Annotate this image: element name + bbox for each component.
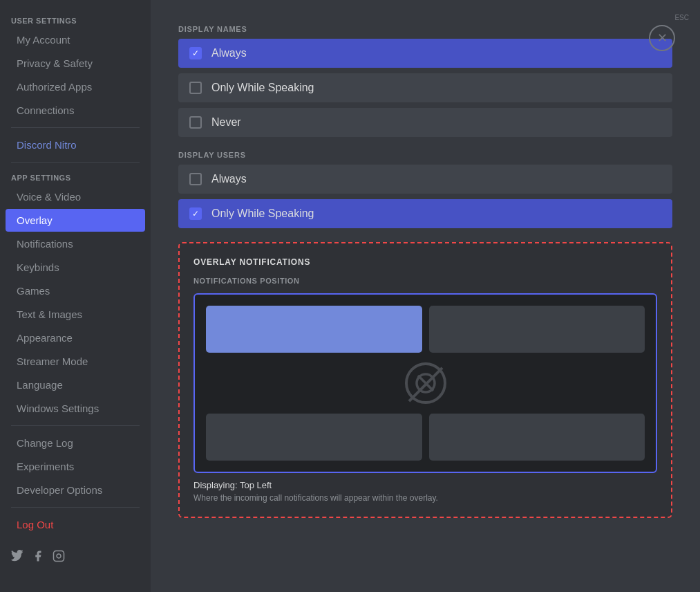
display-users-speaking-checkbox[interactable]: ✓ <box>189 207 202 220</box>
sidebar-item-change-log[interactable]: Change Log <box>6 432 145 454</box>
position-bottom-left-button[interactable] <box>206 414 422 461</box>
sidebar-item-language[interactable]: Language <box>6 373 145 396</box>
close-button[interactable]: ✕ <box>649 25 675 51</box>
sidebar-item-privacy-safety[interactable]: Privacy & Safety <box>6 52 145 75</box>
sidebar-item-label: Language <box>17 379 63 391</box>
disabled-icon <box>405 362 446 404</box>
sidebar-item-label: Connections <box>17 104 74 116</box>
overlay-notifications-title: Overlay Notifications <box>193 257 657 267</box>
sidebar-item-label: Games <box>17 285 50 297</box>
display-names-speaking-label: Only While Speaking <box>211 82 314 94</box>
sidebar-item-label: Appearance <box>17 332 73 344</box>
esc-label: ESC <box>674 14 689 21</box>
sidebar-item-label: Notifications <box>17 238 73 250</box>
display-names-always-row[interactable]: ✓ Always <box>178 39 672 68</box>
sidebar-item-label: Text & Images <box>17 308 82 320</box>
sidebar-item-label: Streamer Mode <box>17 355 88 367</box>
sidebar: User Settings My Account Privacy & Safet… <box>0 0 151 592</box>
sidebar-item-label: Windows Settings <box>17 403 99 414</box>
sidebar-divider-3 <box>11 425 140 426</box>
social-icons <box>0 542 151 574</box>
display-users-always-checkbox[interactable]: ✓ <box>189 173 202 185</box>
display-names-never-label: Never <box>211 116 241 129</box>
sidebar-item-authorized-apps[interactable]: Authorized Apps <box>6 75 145 98</box>
check-icon: ✓ <box>192 48 199 58</box>
sidebar-item-label: Privacy & Safety <box>17 57 93 69</box>
sidebar-item-label: Log Out <box>17 519 53 530</box>
user-settings-label: User Settings <box>0 11 151 28</box>
overlay-notifications-container: Overlay Notifications Notifications Posi… <box>178 242 672 518</box>
display-names-always-label: Always <box>211 47 247 59</box>
sidebar-item-label: Developer Options <box>17 484 102 496</box>
sidebar-item-label: Authorized Apps <box>17 81 92 93</box>
position-bottom-right-button[interactable] <box>429 414 645 461</box>
sidebar-item-developer-options[interactable]: Developer Options <box>6 479 145 501</box>
check-icon: ✓ <box>192 209 199 219</box>
close-icon: ✕ <box>657 30 668 46</box>
sidebar-item-label: Experiments <box>17 461 74 472</box>
sidebar-item-keybinds[interactable]: Keybinds <box>6 256 145 279</box>
sidebar-item-notifications[interactable]: Notifications <box>6 232 145 255</box>
sidebar-item-overlay[interactable]: Overlay <box>6 209 145 232</box>
display-names-speaking-row[interactable]: ✓ Only While Speaking <box>178 73 672 102</box>
sidebar-item-streamer-mode[interactable]: Streamer Mode <box>6 350 145 373</box>
svg-line-3 <box>418 376 433 391</box>
display-names-label: Display Names <box>178 25 672 33</box>
display-names-speaking-checkbox[interactable]: ✓ <box>189 82 202 94</box>
display-users-speaking-label: Only While Speaking <box>211 207 314 220</box>
displaying-subtext: Where the incoming call notifications wi… <box>193 493 657 503</box>
display-users-always-row[interactable]: ✓ Always <box>178 165 672 194</box>
twitter-icon[interactable] <box>11 550 23 566</box>
sidebar-item-log-out[interactable]: Log Out <box>6 513 145 536</box>
facebook-icon[interactable] <box>32 550 44 566</box>
sidebar-item-discord-nitro[interactable]: Discord Nitro <box>6 133 145 156</box>
display-users-always-label: Always <box>211 173 247 185</box>
sidebar-item-label: My Account <box>17 34 70 46</box>
position-top-left-button[interactable] <box>206 306 422 353</box>
sidebar-item-text-images[interactable]: Text & Images <box>6 303 145 326</box>
sidebar-divider-4 <box>11 507 140 508</box>
displaying-text: Displaying: Top Left <box>193 480 657 490</box>
sidebar-item-my-account[interactable]: My Account <box>6 28 145 51</box>
position-top-right-button[interactable] <box>429 306 645 353</box>
sidebar-item-label: Discord Nitro <box>17 139 77 151</box>
main-content: ✕ ESC Display Names ✓ Always ✓ Only Whil… <box>151 0 700 592</box>
sidebar-item-windows-settings[interactable]: Windows Settings <box>6 397 145 420</box>
display-names-always-checkbox[interactable]: ✓ <box>189 47 202 59</box>
instagram-icon[interactable] <box>53 550 65 566</box>
display-names-never-row[interactable]: ✓ Never <box>178 108 672 137</box>
sidebar-item-connections[interactable]: Connections <box>6 99 145 122</box>
sidebar-item-appearance[interactable]: Appearance <box>6 326 145 349</box>
sidebar-item-label: Change Log <box>17 437 73 449</box>
sidebar-divider-2 <box>11 162 140 163</box>
display-names-never-checkbox[interactable]: ✓ <box>189 116 202 129</box>
display-users-label: Display Users <box>178 151 672 159</box>
sidebar-item-label: Voice & Video <box>17 191 81 203</box>
sidebar-item-label: Keybinds <box>17 261 59 273</box>
close-area: ✕ ESC <box>674 11 689 21</box>
sidebar-item-experiments[interactable]: Experiments <box>6 455 145 478</box>
svg-rect-0 <box>54 551 64 562</box>
no-symbol-icon <box>415 372 437 394</box>
sidebar-item-voice-video[interactable]: Voice & Video <box>6 185 145 208</box>
notifications-position-label: Notifications Position <box>193 277 657 285</box>
sidebar-item-games[interactable]: Games <box>6 279 145 302</box>
sidebar-item-label: Overlay <box>17 214 53 226</box>
sidebar-divider-1 <box>11 127 140 128</box>
position-center-area <box>206 360 645 407</box>
app-settings-label: App Settings <box>0 168 151 185</box>
position-grid <box>193 293 657 473</box>
display-users-speaking-row[interactable]: ✓ Only While Speaking <box>178 199 672 228</box>
